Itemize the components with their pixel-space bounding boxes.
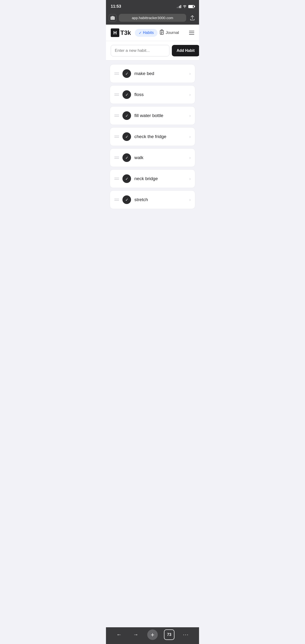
habit-item[interactable]: ✓ stretch › xyxy=(110,190,195,209)
app-header: H T3k ✓ Habits Journal xyxy=(106,24,199,41)
habit-item[interactable]: ✓ check the fridge › xyxy=(110,127,195,146)
drag-handle xyxy=(114,136,119,138)
wifi-icon xyxy=(183,4,187,8)
back-arrow-icon: ← xyxy=(116,632,122,638)
chevron-right-icon: › xyxy=(189,92,191,97)
chevron-right-icon: › xyxy=(189,71,191,76)
check-icon: ✓ xyxy=(125,72,128,76)
habit-name: walk xyxy=(134,155,186,160)
add-habit-button[interactable]: Add Habit xyxy=(172,45,199,56)
camera-icon[interactable] xyxy=(109,14,116,22)
habit-input[interactable] xyxy=(111,45,169,56)
habit-name: floss xyxy=(134,92,186,97)
habits-tab[interactable]: ✓ Habits xyxy=(135,29,158,37)
chevron-right-icon: › xyxy=(189,134,191,139)
check-icon: ✓ xyxy=(125,176,128,181)
habit-checkbox[interactable]: ✓ xyxy=(122,153,131,162)
new-tab-button[interactable]: + xyxy=(147,630,158,640)
chevron-right-icon: › xyxy=(189,176,191,181)
check-icon: ✓ xyxy=(125,198,128,202)
drag-handle xyxy=(114,157,119,158)
status-icons xyxy=(177,4,194,8)
check-icon: ✓ xyxy=(125,114,128,118)
habit-list: ✓ make bed › ✓ floss › ✓ fill water bott… xyxy=(106,60,199,627)
check-icon: ✓ xyxy=(125,92,128,97)
tabs-button[interactable]: 73 xyxy=(164,630,174,640)
more-button[interactable]: ··· xyxy=(181,630,191,640)
habit-item[interactable]: ✓ make bed › xyxy=(110,64,195,83)
drag-handle xyxy=(114,72,119,74)
habit-item[interactable]: ✓ fill water bottle › xyxy=(110,106,195,125)
check-icon: ✓ xyxy=(125,134,128,139)
share-icon[interactable] xyxy=(189,14,196,22)
plus-icon: + xyxy=(151,631,154,638)
browser-bar: app.habittracker3000.com xyxy=(106,12,199,24)
status-time: 11:53 xyxy=(111,4,121,9)
back-button[interactable]: ← xyxy=(114,630,124,640)
drag-handle xyxy=(114,199,119,201)
url-bar[interactable]: app.habittracker3000.com xyxy=(119,14,186,22)
hamburger-line xyxy=(189,31,194,31)
checkmark-icon: ✓ xyxy=(139,30,142,35)
habit-checkbox[interactable]: ✓ xyxy=(122,90,131,99)
habit-checkbox[interactable]: ✓ xyxy=(122,111,131,120)
forward-button[interactable]: → xyxy=(131,630,141,640)
signal-icon xyxy=(177,5,181,8)
habit-checkbox[interactable]: ✓ xyxy=(122,196,131,204)
habits-tab-label: Habits xyxy=(143,30,154,35)
habit-checkbox[interactable]: ✓ xyxy=(122,174,131,183)
habit-item[interactable]: ✓ neck bridge › xyxy=(110,169,195,188)
habit-checkbox[interactable]: ✓ xyxy=(122,69,131,78)
hamburger-line xyxy=(189,34,194,35)
clipboard-icon xyxy=(159,30,164,36)
status-bar: 11:53 xyxy=(106,0,199,12)
journal-tab-label: Journal xyxy=(166,30,179,35)
more-icon: ··· xyxy=(183,632,189,638)
nav-tabs: ✓ Habits Journal xyxy=(135,29,185,37)
drag-handle xyxy=(114,115,119,116)
habit-item[interactable]: ✓ floss › xyxy=(110,85,195,104)
chevron-right-icon: › xyxy=(189,155,191,160)
forward-arrow-icon: → xyxy=(133,632,138,638)
habit-item[interactable]: ✓ walk › xyxy=(110,148,195,167)
habit-name: make bed xyxy=(134,71,186,76)
tabs-count: 73 xyxy=(167,632,171,637)
habit-name: check the fridge xyxy=(134,134,186,139)
bottom-nav: ← → + 73 ··· xyxy=(106,627,199,644)
check-icon: ✓ xyxy=(125,156,128,160)
logo: H T3k xyxy=(111,28,131,37)
logo-box: H xyxy=(111,28,119,37)
battery-icon xyxy=(188,5,194,8)
drag-handle xyxy=(114,178,119,180)
habit-name: neck bridge xyxy=(134,176,186,181)
chevron-right-icon: › xyxy=(189,197,191,202)
journal-tab[interactable]: Journal xyxy=(159,30,179,36)
habit-checkbox[interactable]: ✓ xyxy=(122,132,131,141)
habit-name: stretch xyxy=(134,197,186,202)
add-habit-bar: Add Habit xyxy=(106,41,199,60)
hamburger-menu[interactable] xyxy=(189,31,194,35)
hamburger-line xyxy=(189,32,194,33)
habit-name: fill water bottle xyxy=(134,113,186,118)
drag-handle xyxy=(114,94,119,96)
chevron-right-icon: › xyxy=(189,113,191,118)
